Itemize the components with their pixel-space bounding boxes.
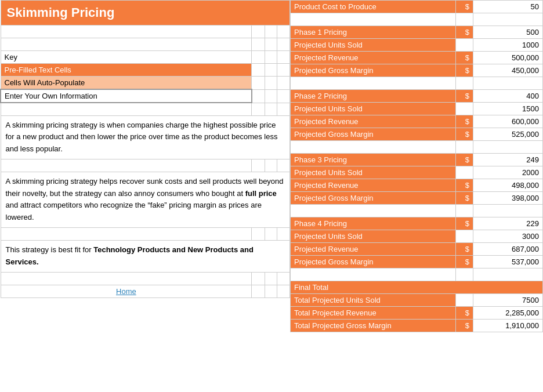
total-revenue-value: 2,285,000 <box>473 307 543 320</box>
phase1-units-label: Projected Units Sold <box>291 39 456 52</box>
phase1-margin-label: Projected Gross Margin <box>291 64 456 77</box>
total-units-value: 7500 <box>473 294 543 307</box>
phase1-units-value[interactable]: 1000 <box>473 39 543 52</box>
total-margin-value: 1,910,000 <box>473 320 543 332</box>
phase4-units-value[interactable]: 3000 <box>473 230 543 243</box>
phase1-margin-value: 450,000 <box>473 64 543 77</box>
phase2-price[interactable]: 400 <box>473 90 543 103</box>
page-title: Skimming Pricing <box>1 1 290 26</box>
total-units-label: Total Projected Units Sold <box>291 294 456 307</box>
home-link[interactable]: Home <box>1 285 252 297</box>
phase1-price[interactable]: 500 <box>473 26 543 39</box>
phase4-name: Phase 4 Pricing <box>291 217 456 230</box>
main-container: Skimming Pricing Key <box>0 0 543 332</box>
phase3-revenue-value: 498,000 <box>473 179 543 192</box>
description2: A skimming pricing strategy helps recove… <box>1 172 290 227</box>
phase3-margin-value: 398,000 <box>473 192 543 205</box>
phase2-margin-value: 525,000 <box>473 128 543 141</box>
phase4-price[interactable]: 229 <box>473 217 543 230</box>
phase4-margin-label: Projected Gross Margin <box>291 256 456 268</box>
phase3-revenue-currency: $ <box>456 179 473 192</box>
phase2-name: Phase 2 Pricing <box>291 90 456 103</box>
product-cost-label: Product Cost to Produce <box>291 1 456 13</box>
final-total-label: Final Total <box>291 281 543 294</box>
phase3-price[interactable]: 249 <box>473 154 543 166</box>
total-margin-label: Total Projected Gross Margin <box>291 320 456 332</box>
key-label: Key <box>1 51 252 64</box>
key-prefilled: Pre-Filled Text Cells <box>1 64 252 77</box>
phase2-units-label: Projected Units Sold <box>291 103 456 115</box>
total-margin-currency: $ <box>456 320 473 332</box>
phase2-currency: $ <box>456 90 473 103</box>
phase2-revenue-value: 600,000 <box>473 115 543 128</box>
phase2-revenue-currency: $ <box>456 115 473 128</box>
phase1-revenue-label: Projected Revenue <box>291 52 456 64</box>
phase1-name: Phase 1 Pricing <box>291 26 456 39</box>
product-cost-value[interactable]: 50 <box>473 1 543 13</box>
phase2-revenue-label: Projected Revenue <box>291 115 456 128</box>
total-revenue-currency: $ <box>456 307 473 320</box>
phase3-revenue-label: Projected Revenue <box>291 179 456 192</box>
left-panel: Skimming Pricing Key <box>0 0 290 332</box>
phase4-units-label: Projected Units Sold <box>291 230 456 243</box>
description3: This strategy is best fit for Technology… <box>1 241 290 273</box>
phase4-margin-value: 537,000 <box>473 256 543 268</box>
right-panel: Product Cost to Produce $ 50 Phase 1 Pri… <box>290 0 543 332</box>
phase1-revenue-value: 500,000 <box>473 52 543 64</box>
phase3-margin-label: Projected Gross Margin <box>291 192 456 205</box>
phase1-currency: $ <box>456 26 473 39</box>
phase3-name: Phase 3 Pricing <box>291 154 456 166</box>
phase2-units-value[interactable]: 1500 <box>473 103 543 115</box>
empty-cell <box>1 26 252 38</box>
phase3-currency: $ <box>456 154 473 166</box>
phase4-revenue-currency: $ <box>456 243 473 256</box>
phase3-margin-currency: $ <box>456 192 473 205</box>
home-anchor[interactable]: Home <box>116 287 136 296</box>
total-revenue-label: Total Projected Revenue <box>291 307 456 320</box>
phase3-units-label: Projected Units Sold <box>291 166 456 179</box>
phase2-margin-currency: $ <box>456 128 473 141</box>
product-cost-currency: $ <box>456 1 473 13</box>
phase3-units-value[interactable]: 2000 <box>473 166 543 179</box>
key-autopopulate: Cells Will Auto-Populate <box>1 77 252 90</box>
phase4-revenue-label: Projected Revenue <box>291 243 456 256</box>
phase4-revenue-value: 687,000 <box>473 243 543 256</box>
phase1-margin-currency: $ <box>456 64 473 77</box>
phase2-margin-label: Projected Gross Margin <box>291 128 456 141</box>
description1: A skimming pricing strategy is when comp… <box>1 115 290 159</box>
phase4-currency: $ <box>456 217 473 230</box>
phase4-margin-currency: $ <box>456 256 473 268</box>
key-enter-own: Enter Your Own Information <box>1 89 252 103</box>
phase1-revenue-currency: $ <box>456 52 473 64</box>
